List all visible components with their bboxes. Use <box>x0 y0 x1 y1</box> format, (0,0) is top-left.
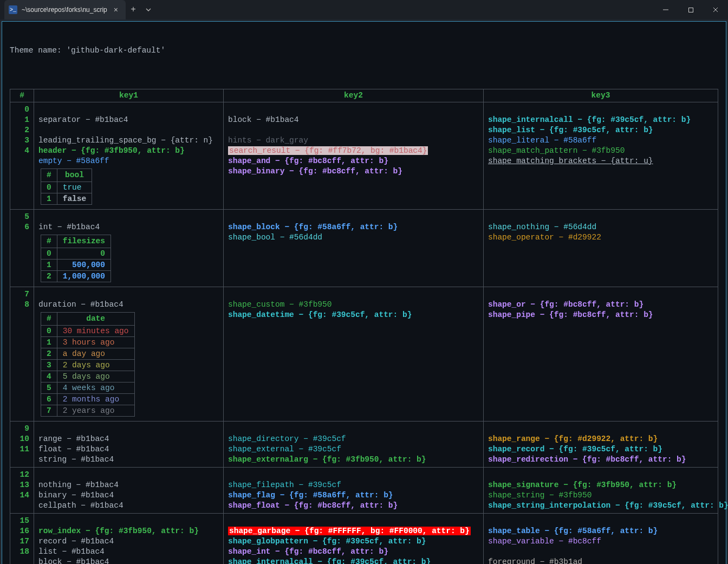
k2-cell: block − #b1bac4 hints − dark_gray search… <box>224 102 484 210</box>
filesize-table: #filesizes 00 1500,000 21,000,000 <box>41 235 111 282</box>
col-idx: # <box>10 89 34 102</box>
table-row: 5 6 int − #b1bac4 #filesizes 00 1500,000… <box>10 210 718 287</box>
k1-cell: separator − #b1bac4 leading_trailing_spa… <box>34 102 224 210</box>
chevron-down-icon <box>146 7 151 12</box>
terminal-output[interactable]: Theme name: 'github-dark-default' # key1… <box>2 21 726 564</box>
powershell-icon: >_ <box>9 5 17 14</box>
window: >_ ~\source\repos\forks\nu_scrip × + The… <box>0 0 728 564</box>
tab-title: ~\source\repos\forks\nu_scrip <box>22 6 107 14</box>
bool-table: #bool 0true 1false <box>41 168 92 205</box>
tab-dropdown-button[interactable] <box>141 7 156 12</box>
table-row: 12 13 14 nothing − #b1bac4 binary − #b1b… <box>10 468 718 514</box>
minimize-button[interactable] <box>653 0 678 20</box>
theme-line: Theme name: 'github-dark-default' <box>2 46 726 56</box>
svg-rect-1 <box>688 8 693 12</box>
k3-cell: shape_internalcall − {fg: #39c5cf, attr:… <box>484 102 718 210</box>
idx-cell: 0 1 2 3 4 <box>10 102 34 210</box>
new-tab-button[interactable]: + <box>126 5 141 15</box>
titlebar: >_ ~\source\repos\forks\nu_scrip × + <box>0 0 728 20</box>
tab-active[interactable]: >_ ~\source\repos\forks\nu_scrip × <box>4 0 126 20</box>
theme-table: # key1 key2 key3 0 1 2 3 4 separator − #… <box>10 89 718 564</box>
maximize-button[interactable] <box>678 0 703 20</box>
duration-table: #date 030 minutes ago13 hours ago2a day … <box>41 312 135 417</box>
col-key3: key3 <box>484 89 718 102</box>
table-row: 15 16 17 18 row_index − {fg: #3fb950, at… <box>10 514 718 565</box>
table-row: 9 10 11 range − #b1bac4 float − #b1bac4 … <box>10 422 718 468</box>
close-tab-button[interactable]: × <box>112 5 120 14</box>
col-key2: key2 <box>224 89 484 102</box>
col-key1: key1 <box>34 89 224 102</box>
close-window-button[interactable] <box>703 0 728 20</box>
table-row: 0 1 2 3 4 separator − #b1bac4 leading_tr… <box>10 102 718 210</box>
table-row: 7 8 duration − #b1bac4 #date 030 minutes… <box>10 287 718 422</box>
